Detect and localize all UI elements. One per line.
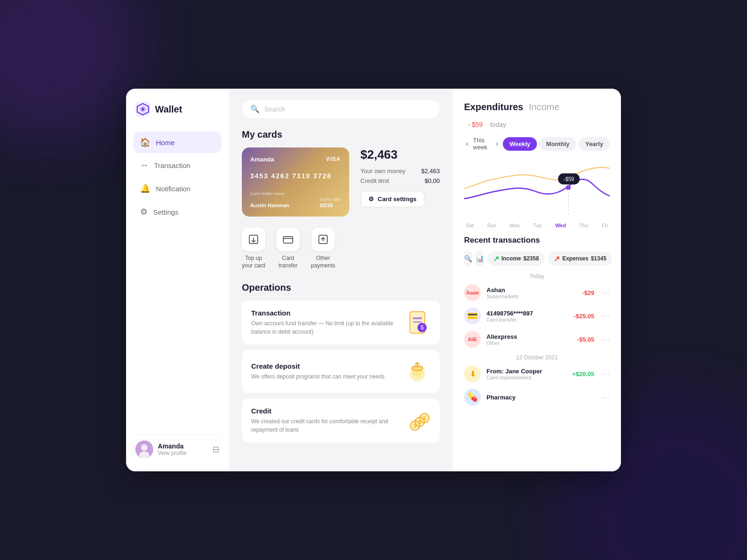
cards-area: Amanda VISA 3453 4262 7310 3728 Card Hol… (242, 147, 440, 217)
card-holder-label: Card Holder name (250, 191, 341, 196)
transaction-op-desc: Own account fund transfer — No limit (up… (251, 319, 404, 336)
search-bar: 🔍 (242, 100, 440, 118)
card-brand: VISA (326, 156, 341, 162)
credit-limit-label: Credit limit (360, 177, 389, 184)
card-settings-label: Card settings (378, 196, 416, 203)
right-panel: Expenditures Income - $59 today ‹ This w… (453, 89, 621, 471)
deposit-op-desc: We offers deposit programs that can meet… (251, 372, 404, 381)
card-expiry-label: Expiry date (320, 197, 341, 202)
period-tabs: ‹ This week › Weekly Monthly Yearly (464, 137, 610, 151)
sidebar-item-settings[interactable]: ⚙ Settings (134, 201, 221, 223)
search-filter-icon[interactable]: 🔍 (464, 251, 472, 266)
card-settings-button[interactable]: ⚙ Card settings (360, 191, 424, 207)
card-transfer-more-button[interactable]: ··· (603, 311, 610, 321)
main-content: 🔍 My cards Amanda VISA 3453 4262 7310 37… (229, 89, 453, 471)
yearly-button[interactable]: Yearly (579, 137, 610, 151)
table-row: 💊 Pharmacy ··· (464, 389, 610, 406)
pharmacy-more-button[interactable]: ··· (603, 392, 610, 402)
expense-val: $1345 (591, 255, 606, 262)
jane-cooper-logo: ⬇ (464, 365, 481, 382)
credit-op-info: Credit We created our credit cards for c… (251, 407, 404, 434)
top-up-button[interactable]: Top upyour card (242, 228, 265, 269)
transaction-op-info: Transaction Own account fund transfer — … (251, 309, 404, 336)
card-expiry: 02/30 (320, 203, 341, 208)
user-sub: Veiw profile (158, 450, 186, 456)
svg-text:$: $ (421, 324, 424, 331)
svg-text:$: $ (418, 420, 421, 425)
own-money-val: $2,463 (421, 168, 440, 175)
table-row: ⬇ From: Jane Cooper Card replenishment +… (464, 365, 610, 382)
jane-cooper-name: From: Jane Cooper (486, 368, 567, 375)
sidebar-item-home[interactable]: 🏠 Home (134, 132, 221, 153)
sidebar-item-transaction[interactable]: ↔ Transaction (134, 155, 221, 176)
gear-icon: ⚙ (368, 196, 374, 203)
income-val: $2358 (523, 255, 539, 262)
operations-title: Operations (242, 282, 440, 293)
chart-day-fri: Fri (602, 223, 608, 228)
table-row: Aшан Ashan Supermarkets -$29 ··· (464, 284, 610, 301)
sidebar: Wallet 🏠 Home ↔ Transaction 🔔 Notificati… (126, 89, 229, 471)
card-transfer-icon (276, 228, 300, 251)
expense-dot: ↗ (554, 254, 560, 263)
card-transfer-button[interactable]: Cardtransfer (276, 228, 300, 269)
aliexpress-info: Aliexpress Other (486, 333, 571, 346)
transaction-op-icon: $ (404, 309, 430, 336)
svg-rect-9 (283, 237, 293, 243)
logout-icon[interactable]: ⊟ (212, 444, 219, 455)
credit-card: Amanda VISA 3453 4262 7310 3728 Card Hol… (242, 147, 349, 217)
aliexpress-more-button[interactable]: ··· (603, 335, 610, 344)
credit-op-desc: We created our credit cards for comforta… (251, 417, 404, 434)
avatar (135, 441, 153, 458)
card-details: $2,463 Your own money $2,463 Credit limi… (360, 147, 440, 207)
tx-filter-row: 🔍 📊 ↗ Income $2358 ↗ Expenses $1345 (464, 251, 610, 266)
card-transfer-logo: 💳 (464, 308, 481, 324)
table-row: 💳 41498756****897 Card transfer -$25.05 … (464, 308, 610, 324)
amount-value: - $59 (468, 121, 483, 128)
search-icon: 🔍 (250, 105, 260, 113)
credit-limit-row: Credit limit $0,00 (360, 177, 440, 184)
expenditure-tab[interactable]: Expenditures (464, 102, 523, 112)
deposit-op-card[interactable]: Create deposit We offers deposit program… (242, 350, 440, 393)
chart-filter-icon[interactable]: 📊 (476, 251, 484, 266)
deposit-op-title: Create deposit (251, 362, 404, 370)
expense-label: Expenses (562, 255, 588, 262)
deposit-op-icon (404, 358, 430, 385)
card-balance: $2,463 (360, 147, 440, 162)
period-next-button[interactable]: › (494, 138, 500, 150)
income-pill[interactable]: ↗ Income $2358 (487, 252, 544, 266)
ashan-more-button[interactable]: ··· (603, 288, 610, 298)
credit-op-card[interactable]: Credit We created our credit cards for c… (242, 399, 440, 442)
transaction-op-title: Transaction (251, 309, 404, 317)
jane-cooper-sub: Card replenishment (486, 375, 567, 380)
search-input[interactable] (264, 105, 431, 113)
amount-today: - $59 today (464, 115, 610, 130)
chart-day-sun: Sun (487, 223, 496, 228)
chart-days: Sat Sun Mon Tue Wed Thu Fri (464, 223, 610, 228)
transaction-op-card[interactable]: Transaction Own account fund transfer — … (242, 301, 440, 344)
pharmacy-info: Pharmacy (486, 394, 589, 401)
table-row: АliЕ Aliexpress Other -$5.05 ··· (464, 331, 610, 348)
expense-pill[interactable]: ↗ Expenses $1345 (548, 252, 612, 266)
nav-items: 🏠 Home ↔ Transaction 🔔 Notification ⚙ Se… (134, 132, 221, 434)
monthly-button[interactable]: Monthly (540, 137, 576, 151)
oct-date-label: 12 October 2021 (464, 354, 610, 361)
period-prev-button[interactable]: ‹ (464, 138, 470, 150)
credit-op-icon: $ $ $ (404, 407, 430, 434)
ashan-sub: Supermarkets (486, 294, 577, 299)
expenditure-chart: -$59 (464, 158, 610, 219)
jane-cooper-more-button[interactable]: ··· (603, 369, 610, 379)
svg-text:$: $ (414, 423, 416, 428)
other-payments-button[interactable]: Otherpayments (311, 228, 335, 269)
aliexpress-name: Aliexpress (486, 333, 571, 340)
top-up-icon (242, 228, 265, 251)
own-money-label: Your own money (360, 168, 405, 175)
ashan-name: Ashan (486, 287, 577, 294)
sidebar-item-label: Home (156, 139, 175, 147)
card-number: 3453 4262 7310 3728 (250, 172, 341, 180)
ashan-logo: Aшан (464, 284, 481, 301)
weekly-button[interactable]: Weekly (503, 137, 537, 151)
jane-cooper-info: From: Jane Cooper Card replenishment (486, 368, 567, 380)
jane-cooper-amount: +$20.05 (572, 371, 594, 378)
income-tab[interactable]: Income (529, 102, 560, 112)
sidebar-item-notification[interactable]: 🔔 Notification (134, 178, 221, 199)
